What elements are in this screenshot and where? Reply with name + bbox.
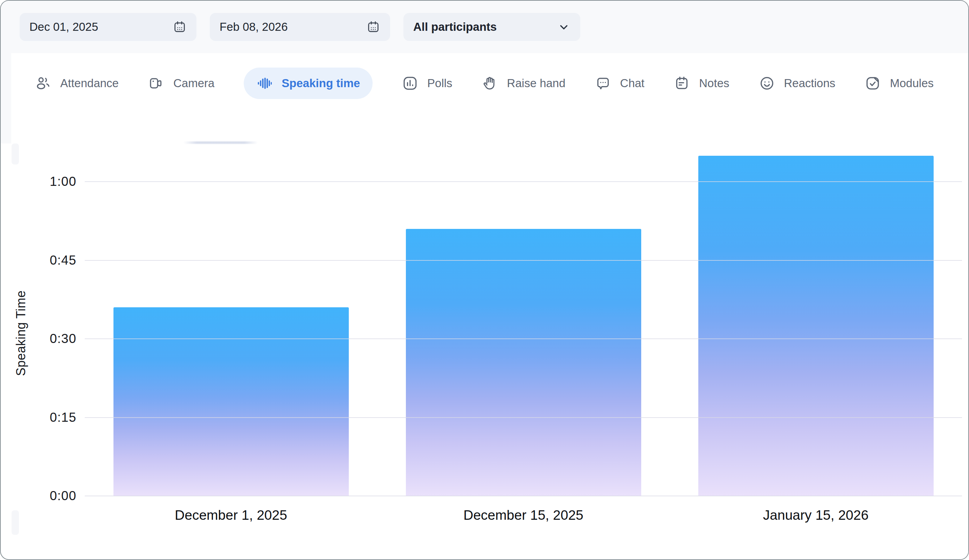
end-date-field[interactable]: Feb 08, 2026 bbox=[210, 13, 390, 41]
bar-december-1-2025[interactable] bbox=[113, 307, 349, 496]
tab-label: Camera bbox=[173, 76, 214, 90]
y-tick-label: 0:00 bbox=[34, 487, 77, 505]
bar-chart-icon bbox=[402, 75, 418, 91]
tab-polls[interactable]: Polls bbox=[402, 75, 453, 91]
calendar-icon[interactable] bbox=[366, 20, 380, 34]
calendar-icon[interactable] bbox=[173, 20, 186, 34]
waveform-icon bbox=[256, 75, 273, 91]
page-check-icon bbox=[865, 75, 881, 91]
tab-label: Speaking time bbox=[281, 76, 360, 90]
chat-bubble-icon bbox=[595, 75, 611, 91]
analytics-tab-bar: Attendance Camera Speaking time Polls Ra… bbox=[35, 65, 961, 101]
start-date-field[interactable]: Dec 01, 2025 bbox=[20, 13, 196, 41]
tab-camera[interactable]: Camera bbox=[148, 75, 214, 91]
y-tick-label: 1:00 bbox=[34, 173, 77, 191]
meeting-analytics-window: Dec 01, 2025 Feb 08, 2026 bbox=[0, 0, 969, 560]
scrollbar-fragment bbox=[12, 510, 19, 535]
decorative-shadow-line bbox=[183, 141, 258, 144]
tab-modules[interactable]: Modules bbox=[865, 75, 934, 91]
tab-label: Chat bbox=[620, 76, 645, 90]
notepad-icon bbox=[674, 75, 690, 91]
tab-speaking-time[interactable]: Speaking time bbox=[244, 68, 373, 99]
filter-bar: Dec 01, 2025 Feb 08, 2026 bbox=[1, 1, 968, 53]
participants-select[interactable]: All participants bbox=[403, 13, 580, 41]
start-date-value: Dec 01, 2025 bbox=[30, 20, 98, 33]
x-axis-label: December 1, 2025 bbox=[175, 507, 287, 523]
scrollbar-fragment bbox=[12, 143, 19, 165]
camera-icon bbox=[148, 75, 164, 91]
tab-label: Reactions bbox=[784, 76, 836, 90]
hand-icon bbox=[482, 75, 498, 91]
page-background-sliver bbox=[1, 53, 11, 143]
people-icon bbox=[35, 75, 51, 91]
end-date-value: Feb 08, 2026 bbox=[220, 20, 288, 33]
tab-reactions[interactable]: Reactions bbox=[759, 75, 836, 91]
tab-label: Modules bbox=[890, 76, 934, 90]
smiley-icon bbox=[759, 75, 775, 91]
tab-raise-hand[interactable]: Raise hand bbox=[482, 75, 566, 91]
chevron-down-icon bbox=[557, 20, 571, 33]
x-axis-label: December 15, 2025 bbox=[463, 507, 583, 523]
tab-label: Notes bbox=[699, 76, 729, 90]
participants-select-value: All participants bbox=[413, 20, 496, 33]
y-tick-label: 0:30 bbox=[34, 330, 77, 348]
tab-label: Polls bbox=[427, 76, 453, 90]
tab-chat[interactable]: Chat bbox=[595, 75, 645, 91]
x-axis-label: January 15, 2026 bbox=[763, 507, 869, 523]
y-tick-label: 0:45 bbox=[34, 251, 77, 269]
tab-notes[interactable]: Notes bbox=[674, 75, 729, 91]
bar-january-15-2026[interactable] bbox=[698, 156, 934, 496]
tab-attendance[interactable]: Attendance bbox=[35, 75, 119, 91]
tab-label: Attendance bbox=[60, 76, 119, 90]
y-axis-title: Speaking Time bbox=[14, 291, 28, 376]
bar-december-15-2025[interactable] bbox=[406, 229, 641, 496]
y-tick-label: 0:15 bbox=[34, 409, 77, 427]
tab-label: Raise hand bbox=[507, 76, 566, 90]
